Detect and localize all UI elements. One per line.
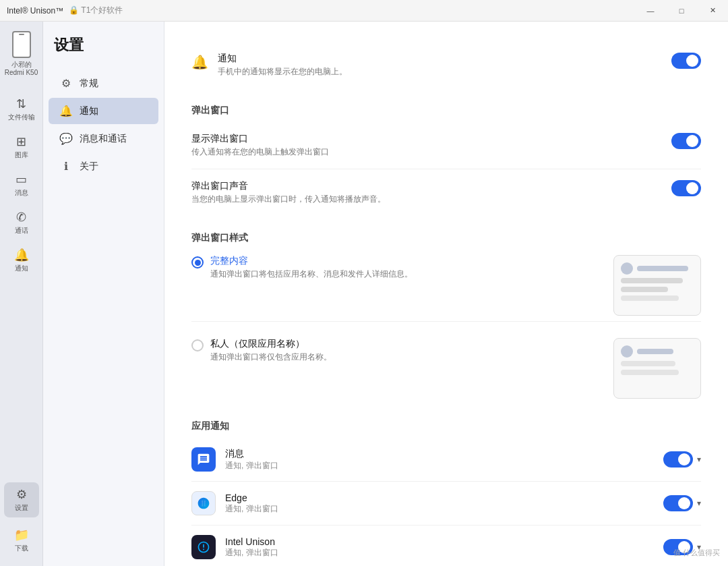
sidebar-item-downloads-label: 下载 xyxy=(15,544,28,553)
settings-icon: ⚙ xyxy=(16,487,27,502)
popup-sound-desc: 当您的电脑上显示弹出窗口时，传入通知将播放声音。 xyxy=(191,194,386,205)
bell-icon: 🔔 xyxy=(191,54,208,70)
settings-sidebar: 设置 ⚙ 常规 🔔 通知 💬 消息和通话 ℹ 关于 xyxy=(43,22,164,566)
sidebar-item-settings-label: 设置 xyxy=(15,503,28,513)
sidebar-item-calls-label: 通话 xyxy=(15,226,28,235)
main-notification-toggle[interactable] xyxy=(671,53,701,69)
edge-app-name: Edge xyxy=(225,492,654,503)
sidebar-item-calls[interactable]: ✆ 通话 xyxy=(4,205,39,240)
messages-app-toggle-track[interactable] xyxy=(663,451,693,468)
titlebar-subtitle: 🔒 T1个好软件 xyxy=(69,5,123,16)
main-notification-title: 通知 xyxy=(218,53,347,65)
popup-preview-private xyxy=(613,338,701,399)
edge-app-chevron[interactable]: ▾ xyxy=(697,499,701,508)
sidebar-item-notifications[interactable]: 🔔 通知 xyxy=(4,243,39,278)
popup-style-label: 弹出窗口样式 xyxy=(191,232,701,244)
app-title: Intel® Unison™ xyxy=(7,6,63,16)
sidebar-item-notifications-label: 通知 xyxy=(15,264,28,273)
popup-toggle-title: 显示弹出窗口 xyxy=(191,133,329,145)
popup-style-section: 弹出窗口样式 完整内容 通知弹出窗口将包括应用名称、消息和发件人详细信息。 xyxy=(191,232,701,404)
popup-preview-full xyxy=(613,255,701,316)
calls-icon: ✆ xyxy=(16,210,26,225)
main-notification-toggle-track[interactable] xyxy=(671,53,701,69)
sidebar-item-settings[interactable]: ⚙ 设置 xyxy=(4,482,39,517)
app-notif-edge: Edge 通知, 弹出窗口 ▾ xyxy=(191,482,701,526)
main-notification-desc: 手机中的通知将显示在您的电脑上。 xyxy=(218,66,347,78)
messages-icon: ▭ xyxy=(16,172,27,187)
popup-toggle-desc: 传入通知将在您的电脑上触发弹出窗口 xyxy=(191,146,329,158)
radio-option-full[interactable]: 完整内容 通知弹出窗口将包括应用名称、消息和发件人详细信息。 xyxy=(191,250,701,322)
popup-toggle-track[interactable] xyxy=(671,133,701,149)
popup-section: 弹出窗口 显示弹出窗口 传入通知将在您的电脑上触发弹出窗口 弹出窗口声音 当您的 xyxy=(191,105,701,216)
messages-app-info: 消息 通知, 弹出窗口 xyxy=(225,448,654,472)
radio-private-title: 私人（仅限应用名称） xyxy=(210,338,332,350)
messages-app-name: 消息 xyxy=(225,448,654,460)
messages-app-toggle[interactable] xyxy=(663,451,693,468)
settings-menu-notifications-label: 通知 xyxy=(80,105,98,117)
popup-sound-toggle-track[interactable] xyxy=(671,180,701,196)
gallery-icon: ⊞ xyxy=(16,134,26,149)
radio-private-desc: 通知弹出窗口将仅包含应用名称。 xyxy=(210,351,332,363)
settings-menu-messages-label: 消息和通话 xyxy=(80,133,127,145)
settings-menu-general[interactable]: ⚙ 常规 xyxy=(49,70,158,96)
app-notif-intel: Intel Unison 通知, 弹出窗口 ▾ xyxy=(191,526,701,566)
messages-app-chevron[interactable]: ▾ xyxy=(697,455,701,464)
app-notif-messages: 消息 通知, 弹出窗口 ▾ xyxy=(191,438,701,482)
app-notifications-label: 应用通知 xyxy=(191,420,701,432)
main-content: 🔔 通知 手机中的通知将显示在您的电脑上。 弹出窗口 显示弹出窗口 xyxy=(164,22,728,566)
radio-full-circle[interactable] xyxy=(191,256,204,268)
settings-menu-messages[interactable]: 💬 消息和通话 xyxy=(49,125,158,152)
close-button[interactable]: ✕ xyxy=(697,0,728,22)
intel-app-info: Intel Unison 通知, 弹出窗口 xyxy=(225,536,654,559)
edge-app-toggle-track[interactable] xyxy=(663,495,693,511)
sidebar-item-downloads[interactable]: 📁 下载 xyxy=(4,523,39,558)
edge-app-sub: 通知, 弹出窗口 xyxy=(225,503,654,515)
settings-menu-about-label: 关于 xyxy=(80,161,98,173)
radio-private-circle[interactable] xyxy=(191,339,204,351)
messages-app-sub: 通知, 弹出窗口 xyxy=(225,460,654,472)
narrow-nav: 小邪的Redmi K50 ⇅ 文件传输 ⊞ 图库 ▭ 消息 ✆ 通话 🔔 通知 … xyxy=(0,22,43,566)
main-notification-item: 🔔 通知 手机中的通知将显示在您的电脑上。 xyxy=(191,42,701,88)
downloads-icon: 📁 xyxy=(14,528,29,542)
popup-sound-item: 弹出窗口声音 当您的电脑上显示弹出窗口时，传入通知将播放声音。 xyxy=(191,169,701,216)
popup-sound-title: 弹出窗口声音 xyxy=(191,180,386,192)
sidebar-item-gallery-label: 图库 xyxy=(15,150,28,160)
sidebar-item-gallery[interactable]: ⊞ 图库 xyxy=(4,130,39,165)
edge-app-toggle[interactable] xyxy=(663,495,693,511)
sidebar-item-messages-label: 消息 xyxy=(15,188,28,198)
about-menu-icon: ℹ xyxy=(59,160,73,173)
settings-menu-about[interactable]: ℹ 关于 xyxy=(49,153,158,179)
messages-app-controls: ▾ xyxy=(663,451,701,468)
nav-device: 小邪的Redmi K50 xyxy=(0,27,42,81)
radio-full-desc: 通知弹出窗口将包括应用名称、消息和发件人详细信息。 xyxy=(210,268,413,280)
sidebar-item-file-transfer-label: 文件传输 xyxy=(8,113,35,122)
device-icon xyxy=(12,31,31,58)
app-container: 小邪的Redmi K50 ⇅ 文件传输 ⊞ 图库 ▭ 消息 ✆ 通话 🔔 通知 … xyxy=(0,22,728,566)
edge-app-info: Edge 通知, 弹出窗口 xyxy=(225,492,654,515)
main-notification-section: 🔔 通知 手机中的通知将显示在您的电脑上。 xyxy=(191,42,701,88)
settings-menu-notifications[interactable]: 🔔 通知 xyxy=(49,98,158,124)
popup-sound-toggle[interactable] xyxy=(671,180,701,196)
general-menu-icon: ⚙ xyxy=(59,77,73,90)
sidebar-item-messages[interactable]: ▭ 消息 xyxy=(4,167,39,202)
popup-section-label: 弹出窗口 xyxy=(191,105,701,117)
radio-full-title: 完整内容 xyxy=(210,255,413,267)
radio-options: 完整内容 通知弹出窗口将包括应用名称、消息和发件人详细信息。 xyxy=(191,250,701,404)
sidebar-item-file-transfer[interactable]: ⇅ 文件传输 xyxy=(4,92,39,127)
edge-app-icon xyxy=(191,491,216,515)
messages-app-icon xyxy=(191,447,216,472)
watermark: 值 什么值得买 xyxy=(673,548,720,558)
device-label: 小邪的Redmi K50 xyxy=(4,61,38,77)
intel-app-sub: 通知, 弹出窗口 xyxy=(225,547,654,559)
popup-toggle-item: 显示弹出窗口 传入通知将在您的电脑上触发弹出窗口 xyxy=(191,122,701,169)
popup-toggle[interactable] xyxy=(671,133,701,149)
maximize-button[interactable]: □ xyxy=(666,0,697,22)
radio-option-private[interactable]: 私人（仅限应用名称） 通知弹出窗口将仅包含应用名称。 xyxy=(191,333,701,404)
titlebar-controls: — □ ✕ xyxy=(635,0,728,22)
intel-app-icon xyxy=(191,535,216,559)
notifications-menu-icon: 🔔 xyxy=(59,105,73,117)
messages-menu-icon: 💬 xyxy=(59,132,73,145)
minimize-button[interactable]: — xyxy=(635,0,666,22)
settings-menu-general-label: 常规 xyxy=(80,78,98,90)
settings-page-title: 设置 xyxy=(43,35,164,69)
